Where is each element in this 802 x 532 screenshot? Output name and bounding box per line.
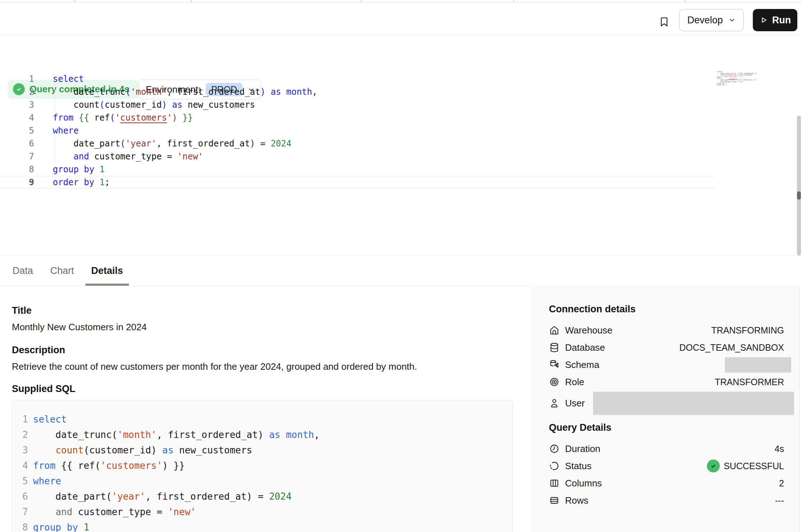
code-line: 6 date_part('year', first_ordered_at) = … — [0, 137, 715, 150]
line-number: 6 — [0, 137, 34, 150]
description-heading: Description — [12, 344, 513, 356]
detail-label: User — [565, 398, 585, 409]
line-number: 2 — [0, 85, 34, 98]
code-line: 9order by 1; — [0, 176, 715, 189]
tab-divider — [74, 0, 75, 3]
editor-minimap[interactable]: select date_trunc('month', first_ordered… — [716, 71, 756, 88]
detail-value: TRANSFORMING — [711, 325, 784, 336]
chevron-down-icon — [728, 16, 736, 24]
code-line: 2 date_trunc('month', first_ordered_at) … — [0, 85, 715, 98]
detail-row-schema: Schema — [549, 356, 784, 373]
code-line: 2 date_trunc('month', first_ordered_at) … — [12, 427, 512, 443]
redacted-value — [725, 357, 791, 372]
tab-divider — [191, 0, 192, 3]
warehouse-icon — [549, 325, 560, 336]
line-number: 1 — [0, 73, 34, 85]
editor-code-area[interactable]: 1select2 date_trunc('month', first_order… — [0, 73, 715, 189]
app-window: Develop Run Query completed in 4s Enviro… — [0, 0, 802, 532]
role-icon — [549, 377, 560, 387]
develop-dropdown-button[interactable]: Develop — [679, 9, 744, 31]
detail-row-database: DatabaseDOCS_TEAM_SANDBOX — [549, 339, 784, 356]
success-check-icon — [707, 459, 720, 472]
code-line: 1select — [0, 73, 715, 85]
detail-label: Rows — [565, 495, 588, 506]
line-number: 9 — [0, 176, 34, 188]
code-line: 1select — [12, 412, 512, 427]
scrollbar-thumb[interactable] — [797, 191, 801, 200]
editor-scrollbar[interactable] — [797, 116, 801, 256]
title-value: Monthly New Customers in 2024 — [12, 322, 513, 332]
results-tabbar: DataChartDetails — [0, 256, 802, 286]
sql-editor[interactable]: Query completed in 4s Environment: PROD … — [0, 35, 802, 256]
toolbar: Develop Run — [0, 3, 802, 35]
connection-details-heading: Connection details — [549, 303, 784, 315]
line-number: 8 — [0, 163, 34, 176]
query-details-rows: Duration4sStatusSUCCESSFULColumns2Rows--… — [549, 440, 784, 509]
code-line: 5where — [12, 473, 512, 489]
supplied-sql-code-block: 1select2 date_trunc('month', first_order… — [12, 400, 513, 532]
window-tab-strip — [0, 0, 802, 3]
code-line: 8group by 1 — [12, 520, 512, 532]
rows-icon — [549, 495, 560, 506]
model-ref-link[interactable]: customers — [729, 76, 737, 78]
details-left-column: Title Monthly New Customers in 2024 Desc… — [12, 286, 513, 532]
detail-row-rows: Rows--- — [549, 492, 784, 509]
line-number: 5 — [12, 473, 28, 489]
code-line: 4from {{ ref('customers') }} — [0, 111, 715, 124]
develop-label: Develop — [687, 15, 723, 26]
tab-chart[interactable]: Chart — [50, 256, 74, 286]
detail-value: 2 — [779, 478, 784, 489]
title-heading: Title — [12, 304, 513, 317]
clock-icon — [549, 443, 560, 454]
run-label: Run — [772, 15, 791, 26]
code-line: 7 and customer_type = 'new' — [12, 504, 512, 520]
code-line: 6 date_part('year', first_ordered_at) = … — [12, 489, 512, 504]
supplied-sql-heading: Supplied SQL — [12, 383, 513, 395]
detail-row-duration: Duration4s — [549, 440, 784, 457]
detail-row-role: RoleTRANSFORMER — [549, 373, 784, 391]
line-number: 7 — [12, 504, 28, 520]
bookmark-button[interactable] — [657, 13, 671, 31]
bookmark-icon — [658, 15, 670, 29]
detail-value: TRANSFORMER — [715, 377, 784, 387]
line-number: 6 — [12, 489, 28, 504]
line-number: 4 — [12, 458, 28, 473]
line-number: 3 — [0, 98, 34, 111]
detail-label: Duration — [565, 443, 600, 454]
tab-details[interactable]: Details — [91, 256, 123, 286]
detail-value: 4s — [775, 444, 784, 454]
code-line: 3 count(customer_id) as new_customers — [0, 98, 715, 111]
detail-value: SUCCESSFUL — [724, 461, 784, 471]
detail-row-warehouse: WarehouseTRANSFORMING — [549, 322, 784, 339]
connection-details-panel: Connection details WarehouseTRANSFORMING… — [531, 286, 799, 532]
line-number: 2 — [12, 427, 28, 443]
status-success-badge: SUCCESSFUL — [707, 459, 784, 472]
line-number: 1 — [12, 412, 28, 427]
details-content: Title Monthly New Customers in 2024 Desc… — [0, 286, 802, 532]
redacted-value — [593, 392, 794, 415]
detail-label: Database — [565, 342, 605, 353]
play-icon — [759, 16, 768, 24]
status-icon — [549, 461, 560, 471]
tab-data[interactable]: Data — [13, 256, 33, 286]
line-number: 5 — [0, 124, 34, 137]
detail-label: Warehouse — [565, 325, 612, 336]
detail-label: Status — [565, 461, 592, 472]
tab-divider — [361, 0, 362, 3]
line-number: 7 — [0, 150, 34, 163]
model-ref-link[interactable]: customers — [120, 113, 167, 123]
detail-label: Columns — [565, 478, 602, 489]
run-button[interactable]: Run — [753, 9, 797, 31]
query-details-heading: Query Details — [549, 421, 784, 434]
code-line: order by 1; — [716, 84, 756, 86]
code-line: 5where — [0, 124, 715, 137]
tab-divider — [685, 0, 685, 3]
detail-row-status: StatusSUCCESSFUL — [549, 457, 784, 475]
detail-row-user: User — [549, 391, 784, 416]
indent-guide — [55, 137, 55, 163]
tab-divider — [513, 0, 514, 3]
detail-value: --- — [775, 495, 784, 506]
line-number: 8 — [12, 520, 28, 532]
database-icon — [549, 342, 560, 353]
line-number: 4 — [0, 111, 34, 124]
